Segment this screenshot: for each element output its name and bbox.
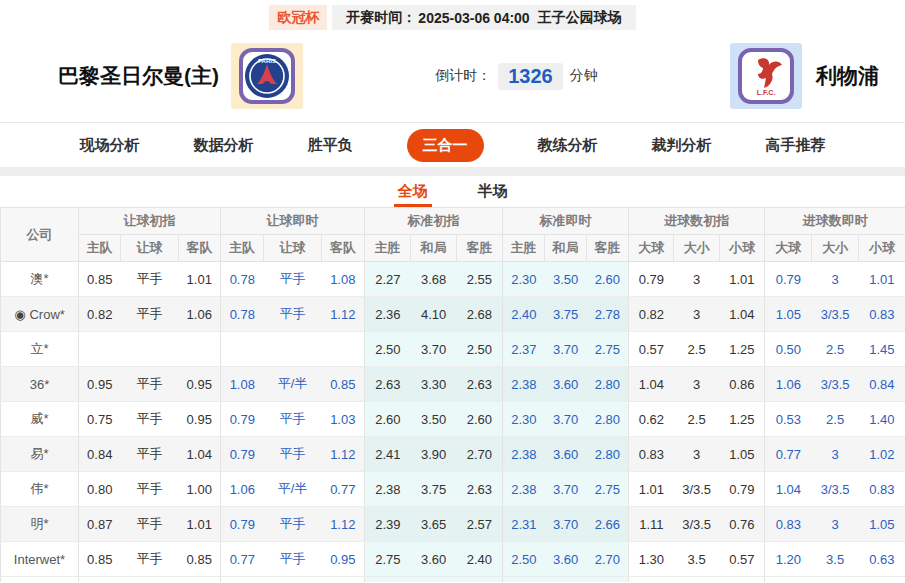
odds-cell: 1.06	[179, 297, 221, 332]
odds-cell: 1.30	[629, 542, 674, 577]
odds-cell: 4.10	[411, 297, 457, 332]
period-subtab[interactable]: 全场	[394, 182, 432, 207]
odds-cell: 0.62	[629, 402, 674, 437]
odds-cell	[79, 577, 121, 582]
odds-cell: 1.01	[629, 472, 674, 507]
odds-cell: 1.04	[179, 437, 221, 472]
odds-subcolumn-header: 大球	[629, 235, 674, 262]
odds-subcolumn-header: 主队	[221, 235, 264, 262]
odds-cell: 1.11	[629, 507, 674, 542]
odds-cell: 2.30	[503, 402, 545, 437]
odds-cell: 0.77	[221, 542, 264, 577]
odds-cell: 平手	[121, 472, 179, 507]
odds-group-header: 进球数初指	[629, 208, 765, 235]
odds-cell: 2.31	[503, 507, 545, 542]
odds-cell: 2.40	[457, 542, 503, 577]
odds-cell: 0.95	[179, 367, 221, 402]
odds-cell	[79, 332, 121, 367]
nav-tab[interactable]: 胜平负	[308, 136, 353, 155]
company-cell[interactable]: 明*	[1, 507, 79, 542]
odds-cell: 3/3.5	[674, 472, 720, 507]
odds-cell: 2.68	[457, 297, 503, 332]
odds-cell	[322, 332, 365, 367]
odds-cell	[859, 577, 905, 582]
odds-cell: 平/半	[264, 472, 322, 507]
odds-cell: 2.5	[674, 332, 720, 367]
odds-cell	[121, 577, 179, 582]
nav-tab[interactable]: 现场分析	[80, 136, 140, 155]
company-name: 36*	[30, 377, 50, 392]
company-cell[interactable]: 威*	[1, 402, 79, 437]
company-cell[interactable]: 伟*	[1, 472, 79, 507]
odds-cell: 2.41	[365, 437, 411, 472]
odds-cell: 3.50	[545, 262, 587, 297]
odds-row-partial	[1, 577, 905, 582]
odds-row: ◉Crow*0.82平手1.060.78平手1.122.364.102.682.…	[1, 297, 905, 332]
nav-tab[interactable]: 三合一	[407, 129, 484, 162]
odds-cell: 0.82	[629, 297, 674, 332]
odds-table-header: 公司 让球初指让球即时标准初指标准即时进球数初指进球数即时 主队让球客队主队让球…	[1, 208, 905, 262]
odds-cell	[179, 577, 221, 582]
odds-cell: 3/3.5	[812, 297, 859, 332]
odds-subcolumn-header: 小球	[859, 235, 905, 262]
kickoff-label: 开赛时间：	[346, 9, 416, 27]
odds-cell: 1.04	[629, 367, 674, 402]
company-cell[interactable]: 36*	[1, 367, 79, 402]
odds-cell: 2.66	[587, 507, 629, 542]
home-logo-panel: PARIS	[231, 43, 303, 109]
odds-cell: 3.90	[411, 437, 457, 472]
odds-cell: 平手	[121, 437, 179, 472]
home-team-name: 巴黎圣日尔曼(主)	[58, 62, 219, 90]
odds-table: 公司 让球初指让球即时标准初指标准即时进球数初指进球数即时 主队让球客队主队让球…	[0, 207, 905, 582]
odds-cell: 平手	[264, 437, 322, 472]
odds-cell: 3/3.5	[674, 507, 720, 542]
odds-cell	[720, 577, 765, 582]
nav-tab[interactable]: 高手推荐	[766, 136, 826, 155]
company-cell[interactable]: 澳*	[1, 262, 79, 297]
company-cell[interactable]: ◉Crow*	[1, 297, 79, 332]
nav-tab[interactable]: 裁判分析	[652, 136, 712, 155]
odds-table-body: 澳*0.85平手1.010.78平手1.082.273.682.552.303.…	[1, 262, 905, 582]
odds-cell: 1.03	[322, 402, 365, 437]
odds-cell: 0.83	[859, 472, 905, 507]
odds-cell: 1.25	[720, 332, 765, 367]
odds-cell: 1.04	[765, 472, 812, 507]
odds-cell	[264, 577, 322, 582]
period-subtab[interactable]: 半场	[474, 182, 512, 207]
odds-cell: 2.36	[365, 297, 411, 332]
odds-group-header: 让球初指	[79, 208, 221, 235]
odds-cell: 2.60	[457, 402, 503, 437]
odds-cell: 2.75	[365, 542, 411, 577]
odds-cell	[545, 577, 587, 582]
odds-cell: 平手	[121, 402, 179, 437]
odds-cell: 2.63	[457, 367, 503, 402]
nav-tabs: 现场分析数据分析胜平负三合一教练分析裁判分析高手推荐	[0, 122, 905, 167]
odds-cell: 2.55	[457, 262, 503, 297]
odds-cell	[674, 577, 720, 582]
match-info-bar: 欧冠杯 开赛时间： 2025-03-06 04:00 王子公园球场	[0, 5, 905, 30]
odds-cell: 平手	[264, 297, 322, 332]
odds-row: 易*0.84平手1.040.79平手1.122.413.902.702.383.…	[1, 437, 905, 472]
company-cell[interactable]: 易*	[1, 437, 79, 472]
odds-cell: 0.87	[79, 507, 121, 542]
nav-tab[interactable]: 教练分析	[538, 136, 598, 155]
odds-cell: 平/半	[264, 367, 322, 402]
company-cell[interactable]: 立*	[1, 332, 79, 367]
odds-cell: 1.01	[720, 262, 765, 297]
company-cell[interactable]: Interwet*	[1, 542, 79, 577]
kickoff-info: 开赛时间： 2025-03-06 04:00 王子公园球场	[332, 5, 635, 30]
nav-tab[interactable]: 数据分析	[194, 136, 254, 155]
odds-cell: 0.77	[765, 437, 812, 472]
odds-cell: 3.75	[411, 472, 457, 507]
odds-cell: 1.01	[859, 262, 905, 297]
odds-cell: 1.20	[765, 542, 812, 577]
odds-cell: 1.08	[322, 262, 365, 297]
odds-cell: 3.70	[545, 402, 587, 437]
odds-cell: 2.60	[587, 262, 629, 297]
odds-cell: 3.68	[411, 262, 457, 297]
odds-cell: 0.50	[765, 332, 812, 367]
odds-cell: 3.70	[545, 472, 587, 507]
odds-cell: 平手	[121, 542, 179, 577]
odds-cell: 3	[674, 262, 720, 297]
odds-cell	[765, 577, 812, 582]
